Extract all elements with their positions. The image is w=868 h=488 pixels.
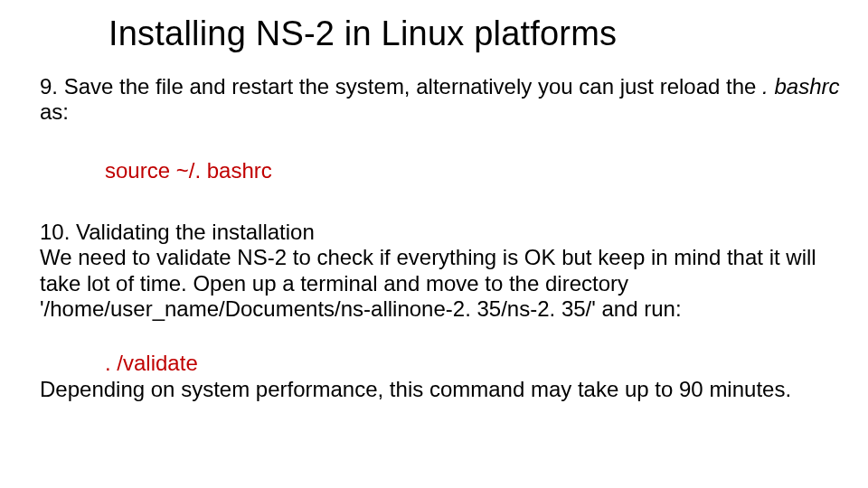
step-9-as: as: — [40, 99, 69, 124]
slide-title: Installing NS-2 in Linux platforms — [108, 14, 617, 53]
slide-body: 9. Save the file and restart the system,… — [40, 74, 841, 402]
step-9-command: source ~/. bashrc — [40, 158, 841, 183]
step-9-line1: 9. Save the file and restart the system,… — [40, 74, 756, 99]
step-9-text: 9. Save the file and restart the system,… — [40, 74, 841, 126]
spacer — [40, 322, 841, 351]
step-10-heading: 10. Validating the installation — [40, 220, 841, 245]
slide: Installing NS-2 in Linux platforms 9. Sa… — [0, 0, 868, 488]
step-10-command: . /validate — [40, 351, 841, 376]
step-10-body: We need to validate NS-2 to check if eve… — [40, 245, 841, 322]
step-10-closing: Depending on system performance, this co… — [40, 377, 841, 402]
spacer — [40, 126, 841, 158]
spacer — [40, 183, 841, 220]
bashrc-filename: . bashrc — [762, 74, 839, 99]
